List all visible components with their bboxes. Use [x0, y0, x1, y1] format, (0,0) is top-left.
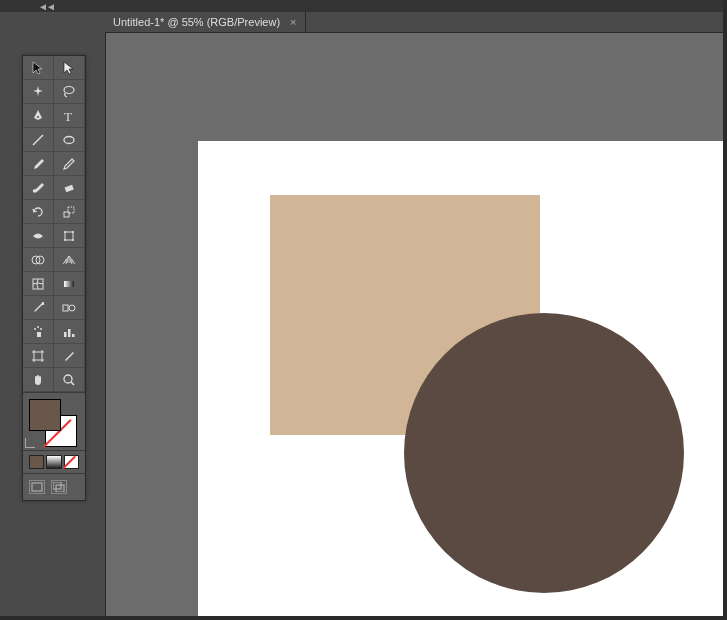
svg-point-10 [72, 231, 74, 233]
pencil-tool[interactable] [54, 152, 85, 176]
artboard-tool[interactable] [23, 344, 54, 368]
svg-point-4 [64, 136, 74, 143]
document-tab-bar: Untitled-1* @ 55% (RGB/Preview) × [105, 12, 306, 32]
svg-line-29 [71, 382, 74, 385]
paintbrush-tool[interactable] [23, 152, 54, 176]
drawing-mode-behind-icon[interactable] [51, 480, 67, 494]
slice-tool[interactable] [54, 344, 85, 368]
zoom-tool[interactable] [54, 368, 85, 392]
lasso-tool[interactable] [54, 80, 85, 104]
svg-point-19 [69, 305, 75, 311]
svg-point-28 [64, 375, 72, 383]
selection-tool[interactable] [23, 56, 54, 80]
workspace [105, 32, 727, 620]
svg-point-0 [64, 86, 74, 93]
svg-rect-18 [63, 305, 68, 311]
svg-rect-8 [65, 232, 73, 240]
fill-color-swatch[interactable] [29, 399, 61, 431]
document-tab[interactable]: Untitled-1* @ 55% (RGB/Preview) × [105, 12, 306, 32]
eraser-tool[interactable] [54, 176, 85, 200]
ellipse-shape[interactable] [404, 313, 684, 593]
close-icon[interactable]: × [290, 16, 296, 28]
right-border [723, 0, 727, 620]
screen-mode-icons [23, 474, 85, 500]
column-graph-tool[interactable] [54, 320, 85, 344]
perspective-grid-tool[interactable] [54, 248, 85, 272]
mesh-tool[interactable] [23, 272, 54, 296]
document-tab-label: Untitled-1* @ 55% (RGB/Preview) [113, 16, 280, 28]
svg-point-23 [40, 328, 42, 330]
swap-colors-icon[interactable] [25, 438, 35, 448]
color-mode-chips [23, 451, 85, 474]
width-tool[interactable] [23, 224, 54, 248]
blend-tool[interactable] [54, 296, 85, 320]
tools-panel: T [22, 55, 86, 501]
shape-builder-tool[interactable] [23, 248, 54, 272]
svg-rect-20 [37, 332, 41, 337]
svg-text:T: T [64, 109, 72, 124]
svg-point-1 [37, 116, 39, 118]
blob-brush-tool[interactable] [23, 176, 54, 200]
tool-grid: T [23, 56, 85, 393]
svg-line-3 [33, 135, 43, 145]
svg-point-21 [34, 328, 36, 330]
color-chip-none[interactable] [64, 455, 79, 469]
svg-rect-25 [68, 329, 71, 337]
svg-rect-16 [64, 281, 74, 287]
free-transform-tool[interactable] [54, 224, 85, 248]
line-segment-tool[interactable] [23, 128, 54, 152]
hand-tool[interactable] [23, 368, 54, 392]
svg-point-11 [64, 239, 66, 241]
app-top-strip: ◄◄ [0, 0, 727, 12]
artboard[interactable] [198, 141, 727, 620]
panel-collapse-icon[interactable]: ◄◄ [38, 1, 54, 12]
svg-point-22 [37, 326, 39, 328]
svg-rect-27 [34, 352, 42, 360]
svg-point-9 [64, 231, 66, 233]
type-tool[interactable]: T [54, 104, 85, 128]
gradient-tool[interactable] [54, 272, 85, 296]
rotate-tool[interactable] [23, 200, 54, 224]
symbol-sprayer-tool[interactable] [23, 320, 54, 344]
eyedropper-tool[interactable] [23, 296, 54, 320]
svg-rect-5 [65, 184, 74, 191]
ellipse-tool[interactable] [54, 128, 85, 152]
color-chip-gradient[interactable] [46, 455, 61, 469]
fill-stroke-swatches[interactable] [23, 393, 85, 451]
drawing-mode-normal-icon[interactable] [29, 480, 45, 494]
svg-rect-26 [72, 334, 75, 337]
scale-tool[interactable] [54, 200, 85, 224]
svg-point-12 [72, 239, 74, 241]
bottom-border [0, 616, 727, 620]
svg-rect-24 [64, 332, 67, 337]
svg-rect-30 [32, 483, 42, 491]
color-chip-solid[interactable] [29, 455, 44, 469]
magic-wand-tool[interactable] [23, 80, 54, 104]
direct-selection-tool[interactable] [54, 56, 85, 80]
svg-rect-17 [42, 302, 44, 305]
pen-tool[interactable] [23, 104, 54, 128]
